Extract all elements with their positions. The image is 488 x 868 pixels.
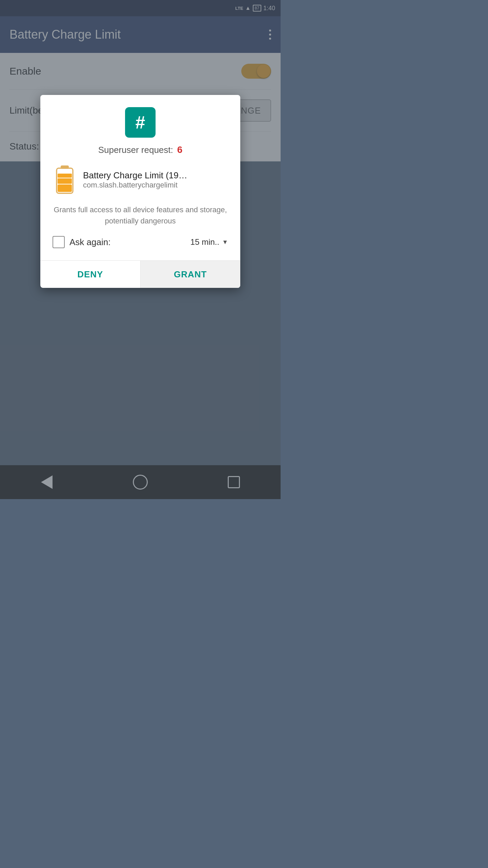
superuser-request-label: Superuser request:: [98, 145, 173, 155]
svg-rect-4: [58, 174, 72, 178]
app-info-text: Battery Charge Limit (19… com.slash.batt…: [83, 170, 187, 190]
app-name: Battery Charge Limit (19…: [83, 170, 187, 181]
deny-button[interactable]: DENY: [40, 261, 141, 288]
dialog-content: # Superuser request: 6: [40, 95, 240, 256]
app-package: com.slash.batterychargelimit: [83, 181, 187, 190]
app-icon: [53, 165, 77, 195]
grant-button[interactable]: GRANT: [141, 261, 241, 288]
permission-text: Grants full access to all device feature…: [53, 204, 228, 226]
superuser-count: 6: [177, 144, 183, 155]
dropdown-arrow-icon: ▼: [222, 239, 228, 246]
time-select-value: 15 min..: [190, 237, 219, 247]
svg-rect-2: [58, 184, 72, 192]
ask-again-checkbox[interactable]: [53, 236, 65, 248]
battery-app-icon: [56, 165, 74, 194]
superuser-dialog: # Superuser request: 6: [40, 95, 240, 288]
app-info-row: Battery Charge Limit (19… com.slash.batt…: [53, 165, 228, 195]
overlay: # Superuser request: 6: [0, 0, 281, 499]
ask-again-label: Ask again:: [69, 237, 110, 248]
time-select[interactable]: 15 min.. ▼: [190, 237, 228, 247]
superuser-icon: #: [125, 107, 156, 138]
hash-icon: #: [136, 112, 145, 133]
dialog-buttons: DENY GRANT: [40, 260, 240, 288]
ask-again-row: Ask again: 15 min.. ▼: [53, 236, 228, 248]
svg-rect-3: [58, 178, 72, 184]
superuser-request-row: Superuser request: 6: [53, 144, 228, 155]
